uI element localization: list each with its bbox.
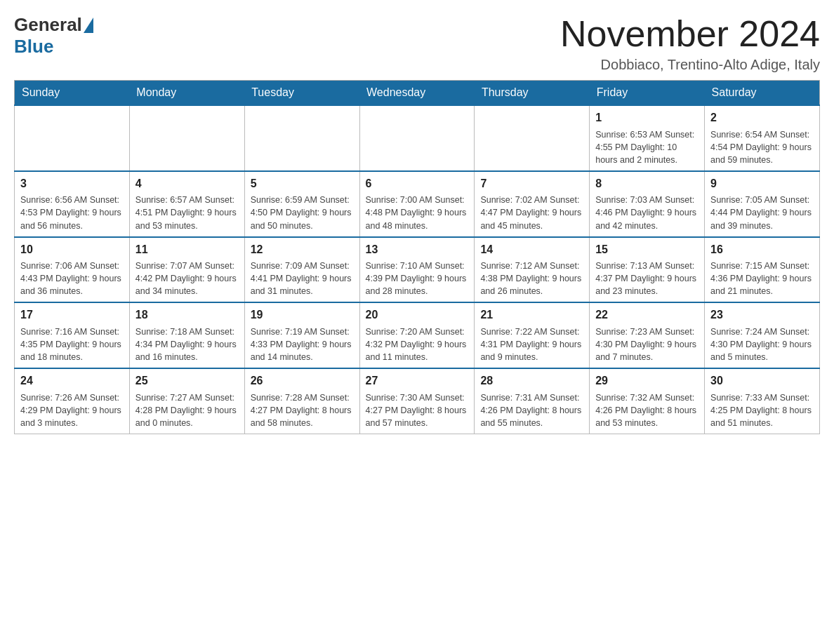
day-number: 18 <box>135 307 239 323</box>
calendar-week-5: 24Sunrise: 7:26 AM Sunset: 4:29 PM Dayli… <box>15 368 820 434</box>
calendar-cell: 17Sunrise: 7:16 AM Sunset: 4:35 PM Dayli… <box>15 302 130 368</box>
header-monday: Monday <box>129 81 244 106</box>
day-number: 30 <box>710 373 814 389</box>
day-number: 4 <box>135 176 239 192</box>
day-number: 28 <box>480 373 583 389</box>
logo-triangle-icon <box>84 18 93 33</box>
calendar-cell: 22Sunrise: 7:23 AM Sunset: 4:30 PM Dayli… <box>590 302 705 368</box>
day-number: 14 <box>480 242 583 257</box>
day-info: Sunrise: 7:09 AM Sunset: 4:41 PM Dayligh… <box>251 260 354 297</box>
calendar-cell: 9Sunrise: 7:05 AM Sunset: 4:44 PM Daylig… <box>705 171 820 237</box>
day-number: 8 <box>595 176 699 192</box>
day-number: 24 <box>20 373 124 389</box>
day-info: Sunrise: 7:06 AM Sunset: 4:43 PM Dayligh… <box>20 260 124 297</box>
day-info: Sunrise: 7:10 AM Sunset: 4:39 PM Dayligh… <box>366 260 469 297</box>
day-number: 22 <box>595 307 699 323</box>
day-info: Sunrise: 7:23 AM Sunset: 4:30 PM Dayligh… <box>595 326 699 363</box>
day-number: 2 <box>710 110 814 126</box>
day-info: Sunrise: 7:31 AM Sunset: 4:26 PM Dayligh… <box>480 391 583 429</box>
calendar-cell: 13Sunrise: 7:10 AM Sunset: 4:39 PM Dayli… <box>359 237 475 303</box>
calendar-week-1: 1Sunrise: 6:53 AM Sunset: 4:55 PM Daylig… <box>15 105 820 171</box>
calendar-cell: 16Sunrise: 7:15 AM Sunset: 4:36 PM Dayli… <box>705 237 820 303</box>
day-info: Sunrise: 7:32 AM Sunset: 4:26 PM Dayligh… <box>595 391 699 429</box>
calendar-header-row: Sunday Monday Tuesday Wednesday Thursday… <box>15 81 820 106</box>
day-info: Sunrise: 6:57 AM Sunset: 4:51 PM Dayligh… <box>135 194 239 232</box>
calendar-table: Sunday Monday Tuesday Wednesday Thursday… <box>14 80 820 434</box>
day-info: Sunrise: 7:07 AM Sunset: 4:42 PM Dayligh… <box>135 260 239 297</box>
day-number: 1 <box>595 110 699 126</box>
day-info: Sunrise: 7:33 AM Sunset: 4:25 PM Dayligh… <box>710 391 814 429</box>
calendar-cell <box>244 105 359 171</box>
day-info: Sunrise: 7:12 AM Sunset: 4:38 PM Dayligh… <box>480 260 583 297</box>
calendar-cell: 27Sunrise: 7:30 AM Sunset: 4:27 PM Dayli… <box>359 368 475 434</box>
calendar-subtitle: Dobbiaco, Trentino-Alto Adige, Italy <box>560 57 820 73</box>
day-info: Sunrise: 7:16 AM Sunset: 4:35 PM Dayligh… <box>20 326 124 363</box>
day-number: 23 <box>710 307 814 323</box>
day-number: 19 <box>251 307 354 323</box>
day-info: Sunrise: 7:15 AM Sunset: 4:36 PM Dayligh… <box>710 260 814 297</box>
day-number: 29 <box>595 373 699 389</box>
day-info: Sunrise: 7:26 AM Sunset: 4:29 PM Dayligh… <box>20 391 124 429</box>
calendar-cell: 8Sunrise: 7:03 AM Sunset: 4:46 PM Daylig… <box>590 171 705 237</box>
calendar-cell <box>475 105 590 171</box>
logo-blue-text: Blue <box>14 36 53 58</box>
page-header: General Blue November 2024 Dobbiaco, Tre… <box>14 14 820 73</box>
day-info: Sunrise: 7:22 AM Sunset: 4:31 PM Dayligh… <box>480 326 583 363</box>
day-number: 17 <box>20 307 124 323</box>
day-info: Sunrise: 6:56 AM Sunset: 4:53 PM Dayligh… <box>20 194 124 232</box>
calendar-cell: 12Sunrise: 7:09 AM Sunset: 4:41 PM Dayli… <box>244 237 359 303</box>
calendar-cell: 14Sunrise: 7:12 AM Sunset: 4:38 PM Dayli… <box>475 237 590 303</box>
day-number: 7 <box>480 176 583 192</box>
calendar-cell: 5Sunrise: 6:59 AM Sunset: 4:50 PM Daylig… <box>244 171 359 237</box>
day-info: Sunrise: 7:27 AM Sunset: 4:28 PM Dayligh… <box>135 391 239 429</box>
day-info: Sunrise: 7:00 AM Sunset: 4:48 PM Dayligh… <box>366 194 469 232</box>
day-info: Sunrise: 7:05 AM Sunset: 4:44 PM Dayligh… <box>710 194 814 232</box>
day-info: Sunrise: 7:03 AM Sunset: 4:46 PM Dayligh… <box>595 194 699 232</box>
day-number: 6 <box>366 176 469 192</box>
day-info: Sunrise: 7:24 AM Sunset: 4:30 PM Dayligh… <box>710 326 814 363</box>
calendar-cell: 30Sunrise: 7:33 AM Sunset: 4:25 PM Dayli… <box>705 368 820 434</box>
logo: General Blue <box>14 14 95 58</box>
calendar-cell <box>359 105 475 171</box>
day-number: 20 <box>366 307 469 323</box>
day-number: 21 <box>480 307 583 323</box>
header-friday: Friday <box>590 81 705 106</box>
calendar-cell: 15Sunrise: 7:13 AM Sunset: 4:37 PM Dayli… <box>590 237 705 303</box>
day-info: Sunrise: 7:13 AM Sunset: 4:37 PM Dayligh… <box>595 260 699 297</box>
calendar-cell: 6Sunrise: 7:00 AM Sunset: 4:48 PM Daylig… <box>359 171 475 237</box>
calendar-cell: 21Sunrise: 7:22 AM Sunset: 4:31 PM Dayli… <box>475 302 590 368</box>
calendar-week-3: 10Sunrise: 7:06 AM Sunset: 4:43 PM Dayli… <box>15 237 820 303</box>
day-info: Sunrise: 7:28 AM Sunset: 4:27 PM Dayligh… <box>251 391 354 429</box>
day-info: Sunrise: 7:30 AM Sunset: 4:27 PM Dayligh… <box>366 391 469 429</box>
day-number: 15 <box>595 242 699 257</box>
calendar-cell: 28Sunrise: 7:31 AM Sunset: 4:26 PM Dayli… <box>475 368 590 434</box>
calendar-cell: 23Sunrise: 7:24 AM Sunset: 4:30 PM Dayli… <box>705 302 820 368</box>
day-info: Sunrise: 7:02 AM Sunset: 4:47 PM Dayligh… <box>480 194 583 232</box>
day-info: Sunrise: 7:19 AM Sunset: 4:33 PM Dayligh… <box>251 326 354 363</box>
calendar-cell: 20Sunrise: 7:20 AM Sunset: 4:32 PM Dayli… <box>359 302 475 368</box>
calendar-cell: 26Sunrise: 7:28 AM Sunset: 4:27 PM Dayli… <box>244 368 359 434</box>
header-tuesday: Tuesday <box>244 81 359 106</box>
calendar-cell: 3Sunrise: 6:56 AM Sunset: 4:53 PM Daylig… <box>15 171 130 237</box>
day-number: 12 <box>251 242 354 257</box>
day-number: 13 <box>366 242 469 257</box>
day-number: 3 <box>20 176 124 192</box>
day-info: Sunrise: 6:59 AM Sunset: 4:50 PM Dayligh… <box>251 194 354 232</box>
day-number: 5 <box>251 176 354 192</box>
calendar-cell <box>129 105 244 171</box>
calendar-cell: 29Sunrise: 7:32 AM Sunset: 4:26 PM Dayli… <box>590 368 705 434</box>
title-section: November 2024 Dobbiaco, Trentino-Alto Ad… <box>560 14 820 73</box>
day-info: Sunrise: 6:54 AM Sunset: 4:54 PM Dayligh… <box>710 128 814 166</box>
calendar-cell: 10Sunrise: 7:06 AM Sunset: 4:43 PM Dayli… <box>15 237 130 303</box>
calendar-cell: 7Sunrise: 7:02 AM Sunset: 4:47 PM Daylig… <box>475 171 590 237</box>
calendar-cell: 2Sunrise: 6:54 AM Sunset: 4:54 PM Daylig… <box>705 105 820 171</box>
calendar-week-2: 3Sunrise: 6:56 AM Sunset: 4:53 PM Daylig… <box>15 171 820 237</box>
calendar-title: November 2024 <box>560 14 820 54</box>
header-saturday: Saturday <box>705 81 820 106</box>
calendar-cell: 1Sunrise: 6:53 AM Sunset: 4:55 PM Daylig… <box>590 105 705 171</box>
day-number: 26 <box>251 373 354 389</box>
day-number: 16 <box>710 242 814 257</box>
calendar-cell <box>15 105 130 171</box>
day-number: 10 <box>20 242 124 257</box>
logo-general-text: General <box>14 14 82 36</box>
